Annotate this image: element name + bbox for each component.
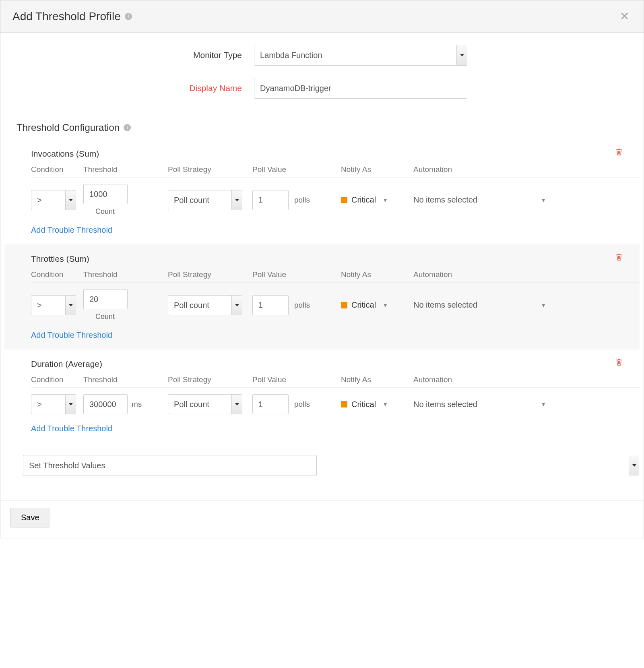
trash-icon[interactable]: [613, 147, 625, 159]
display-name-input[interactable]: [254, 78, 467, 99]
modal-header: Add Threshold Profile i ✕: [0, 0, 644, 33]
notify-label: Critical: [351, 195, 376, 205]
poll-strategy-select[interactable]: Poll count: [168, 190, 242, 210]
header-notify: Notify As: [341, 270, 413, 279]
automation-dropdown[interactable]: No items selected ▼: [413, 195, 582, 205]
notify-as-dropdown[interactable]: Critical ▼: [341, 300, 413, 310]
chevron-down-icon: [629, 455, 639, 476]
header-condition: Condition: [31, 270, 83, 279]
set-threshold-row: Set Threshold Values: [4, 443, 640, 484]
display-name-row: Display Name: [4, 78, 640, 99]
severity-color-icon: [341, 401, 347, 407]
notify-label: Critical: [351, 300, 376, 310]
automation-value: No items selected: [413, 400, 477, 409]
header-strategy: Poll Strategy: [168, 375, 252, 384]
header-automation: Automation: [413, 270, 582, 279]
severity-color-icon: [341, 302, 347, 308]
header-notify: Notify As: [341, 165, 413, 174]
modal-body: Monitor Type Lambda Function Display Nam…: [0, 33, 644, 500]
condition-select[interactable]: >: [31, 394, 76, 414]
condition-select[interactable]: >: [31, 295, 76, 315]
threshold-input[interactable]: [83, 289, 128, 309]
metric-block: Throttles (Sum) Condition Threshold Poll…: [4, 244, 640, 350]
poll-value-input[interactable]: [252, 295, 289, 315]
header-notify: Notify As: [341, 375, 413, 384]
header-strategy: Poll Strategy: [168, 270, 252, 279]
trash-icon[interactable]: [613, 252, 625, 264]
chevron-down-icon: ▼: [382, 197, 388, 203]
metric-title: Throttles (Sum): [31, 254, 640, 264]
modal-footer: Save: [0, 500, 644, 538]
metric-row: > Count Poll count polls Critic: [31, 178, 640, 216]
modal-title-wrap: Add Threshold Profile i: [12, 10, 132, 23]
modal-title: Add Threshold Profile: [12, 10, 121, 23]
display-name-label: Display Name: [4, 83, 254, 93]
notify-as-dropdown[interactable]: Critical ▼: [341, 195, 413, 205]
section-title: Threshold Configuration: [17, 122, 120, 133]
info-icon[interactable]: i: [125, 13, 132, 20]
chevron-down-icon: ▼: [541, 302, 546, 308]
add-trouble-threshold-link[interactable]: Add Trouble Threshold: [31, 424, 112, 433]
column-headers: Condition Threshold Poll Strategy Poll V…: [31, 270, 640, 283]
automation-value: No items selected: [413, 195, 477, 205]
chevron-down-icon: ▼: [541, 401, 546, 407]
close-icon[interactable]: ✕: [617, 9, 632, 23]
severity-color-icon: [341, 197, 347, 203]
header-poll-value: Poll Value: [252, 270, 341, 279]
metric-block: Invocations (Sum) Condition Threshold Po…: [4, 139, 640, 244]
automation-dropdown[interactable]: No items selected ▼: [413, 300, 582, 310]
metric-row: > ms Poll count polls Critical: [31, 388, 640, 414]
header-strategy: Poll Strategy: [168, 165, 252, 174]
monitor-type-label: Monitor Type: [4, 50, 254, 60]
metric-row: > Count Poll count polls Critic: [31, 283, 640, 321]
add-trouble-threshold-link[interactable]: Add Trouble Threshold: [31, 331, 112, 340]
poll-suffix: polls: [294, 400, 310, 409]
condition-select[interactable]: >: [31, 190, 76, 210]
header-threshold: Threshold: [83, 375, 168, 384]
header-automation: Automation: [413, 165, 582, 174]
metric-title: Invocations (Sum): [31, 149, 640, 159]
chevron-down-icon: ▼: [541, 197, 546, 203]
header-poll-value: Poll Value: [252, 165, 341, 174]
metric-block: Duration (Average) Condition Threshold P…: [4, 350, 640, 443]
header-threshold: Threshold: [83, 270, 168, 279]
threshold-unit: ms: [132, 400, 142, 409]
monitor-type-select[interactable]: Lambda Function: [254, 45, 467, 66]
trash-icon[interactable]: [613, 358, 625, 369]
chevron-down-icon: ▼: [382, 401, 388, 407]
automation-value: No items selected: [413, 300, 477, 310]
poll-value-input[interactable]: [252, 190, 289, 210]
notify-label: Critical: [351, 400, 376, 409]
set-threshold-select-wrap: Set Threshold Values: [23, 455, 640, 476]
save-button[interactable]: Save: [10, 508, 50, 527]
threshold-input[interactable]: [83, 394, 128, 414]
add-trouble-threshold-link[interactable]: Add Trouble Threshold: [31, 225, 112, 235]
poll-suffix: polls: [294, 196, 310, 205]
header-condition: Condition: [31, 165, 83, 174]
threshold-input[interactable]: [83, 184, 128, 204]
poll-value-input[interactable]: [252, 394, 289, 414]
header-condition: Condition: [31, 375, 83, 384]
modal-container: Add Threshold Profile i ✕ Monitor Type L…: [0, 0, 644, 538]
info-icon[interactable]: i: [124, 124, 131, 131]
notify-as-dropdown[interactable]: Critical ▼: [341, 400, 413, 409]
metric-title: Duration (Average): [31, 359, 640, 369]
metrics-container: Invocations (Sum) Condition Threshold Po…: [4, 139, 640, 443]
poll-suffix: polls: [294, 301, 310, 310]
header-automation: Automation: [413, 375, 582, 384]
monitor-type-select-wrap: Lambda Function: [254, 45, 467, 66]
monitor-type-row: Monitor Type Lambda Function: [4, 45, 640, 66]
threshold-unit: Count: [95, 312, 115, 321]
automation-dropdown[interactable]: No items selected ▼: [413, 400, 582, 409]
poll-strategy-select[interactable]: Poll count: [168, 295, 242, 315]
poll-strategy-select[interactable]: Poll count: [168, 394, 242, 414]
header-poll-value: Poll Value: [252, 375, 341, 384]
column-headers: Condition Threshold Poll Strategy Poll V…: [31, 375, 640, 388]
set-threshold-select[interactable]: Set Threshold Values: [23, 455, 317, 476]
threshold-unit: Count: [95, 207, 115, 216]
column-headers: Condition Threshold Poll Strategy Poll V…: [31, 165, 640, 178]
chevron-down-icon: ▼: [382, 302, 388, 308]
header-threshold: Threshold: [83, 165, 168, 174]
section-header: Threshold Configuration i: [4, 111, 640, 139]
